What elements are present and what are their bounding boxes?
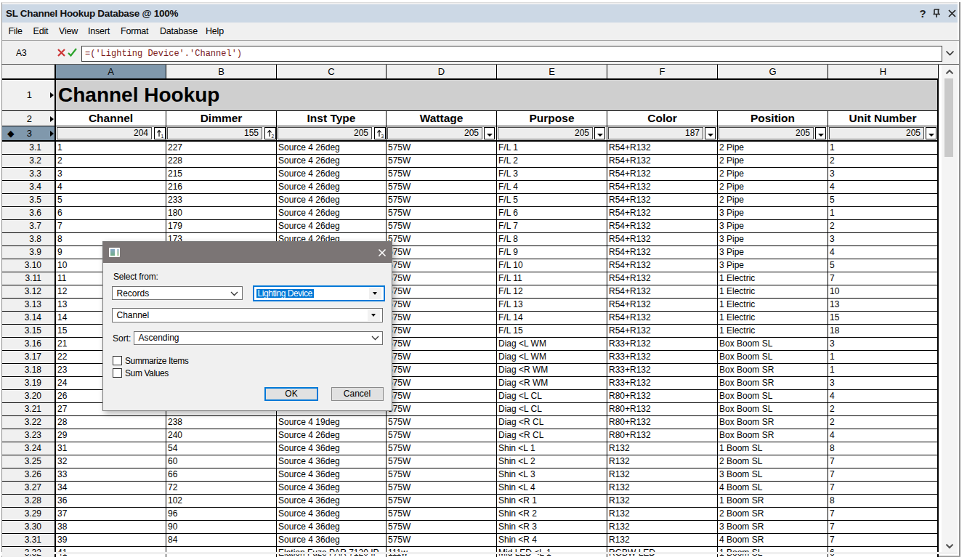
- svg-text:3: 3: [381, 134, 384, 139]
- svg-text:1: 1: [161, 134, 164, 139]
- svg-text:2: 2: [272, 134, 275, 139]
